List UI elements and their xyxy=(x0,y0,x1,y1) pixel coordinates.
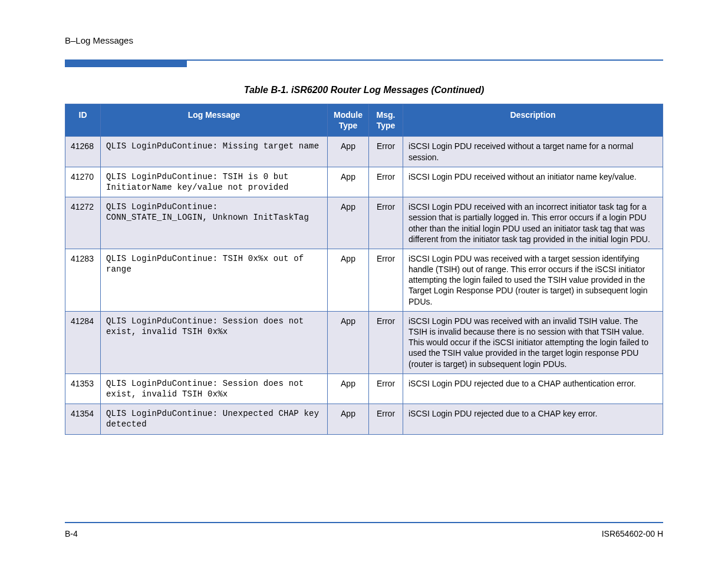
document-page: B–Log Messages Table B-1. iSR6200 Router… xyxy=(0,0,728,562)
cell-log-message: QLIS LoginPduContinue: Unexpected CHAP k… xyxy=(101,404,328,434)
col-header-id: ID xyxy=(65,104,101,137)
footer-line xyxy=(65,522,663,523)
cell-msg-type: Error xyxy=(369,167,403,197)
cell-log-message: QLIS LoginPduContinue: TSIH is 0 but Ini… xyxy=(101,167,328,197)
table-row: 41268 QLIS LoginPduContinue: Missing tar… xyxy=(65,137,663,167)
cell-id: 41272 xyxy=(65,197,101,249)
cell-msg-type: Error xyxy=(369,404,403,434)
cell-module-type: App xyxy=(328,197,369,249)
table-row: 41283 QLIS LoginPduContinue: TSIH 0x%x o… xyxy=(65,249,663,311)
cell-module-type: App xyxy=(328,373,369,404)
col-header-msg-type: Msg. Type xyxy=(369,104,403,137)
cell-id: 41353 xyxy=(65,373,101,404)
page-footer: B-4 ISR654602-00 H xyxy=(65,522,663,538)
cell-description: iSCSI Login PDU was received with a targ… xyxy=(403,249,663,311)
cell-log-message: QLIS LoginPduContinue: TSIH 0x%x out of … xyxy=(101,249,328,311)
table-row: 41284 QLIS LoginPduContinue: Session doe… xyxy=(65,311,663,373)
cell-module-type: App xyxy=(328,311,369,373)
section-header: B–Log Messages xyxy=(65,35,663,45)
cell-id: 41354 xyxy=(65,404,101,434)
table-row: 41270 QLIS LoginPduContinue: TSIH is 0 b… xyxy=(65,167,663,197)
cell-msg-type: Error xyxy=(369,137,403,167)
cell-description: iSCSI Login PDU was received with an inv… xyxy=(403,311,663,373)
table-row: 41354 QLIS LoginPduContinue: Unexpected … xyxy=(65,404,663,434)
table-header-row: ID Log Message Module Type Msg. Type Des… xyxy=(65,104,663,137)
cell-module-type: App xyxy=(328,404,369,434)
header-ornament xyxy=(65,59,663,67)
cell-description: iSCSI Login PDU rejected due to a CHAP a… xyxy=(403,373,663,404)
footer-right: ISR654602-00 H xyxy=(602,529,663,538)
cell-description: iSCSI Login PDU rejected due to a CHAP k… xyxy=(403,404,663,434)
table-row: 41272 QLIS LoginPduContinue: CONN_STATE_… xyxy=(65,197,663,249)
blue-tab xyxy=(65,59,187,67)
cell-log-message: QLIS LoginPduContinue: Session does not … xyxy=(101,311,328,373)
cell-module-type: App xyxy=(328,167,369,197)
col-header-module-type: Module Type xyxy=(328,104,369,137)
cell-description: iSCSI Login PDU received without a targe… xyxy=(403,137,663,167)
cell-log-message: QLIS LoginPduContinue: Missing target na… xyxy=(101,137,328,167)
cell-log-message: QLIS LoginPduContinue: CONN_STATE_IN_LOG… xyxy=(101,197,328,249)
cell-msg-type: Error xyxy=(369,249,403,311)
cell-id: 41284 xyxy=(65,311,101,373)
cell-module-type: App xyxy=(328,137,369,167)
cell-module-type: App xyxy=(328,249,369,311)
blue-line xyxy=(187,59,663,67)
col-header-log-message: Log Message xyxy=(101,104,328,137)
cell-msg-type: Error xyxy=(369,311,403,373)
cell-id: 41268 xyxy=(65,137,101,167)
cell-id: 41283 xyxy=(65,249,101,311)
cell-log-message: QLIS LoginPduContinue: Session does not … xyxy=(101,373,328,404)
table-row: 41353 QLIS LoginPduContinue: Session doe… xyxy=(65,373,663,404)
cell-id: 41270 xyxy=(65,167,101,197)
cell-msg-type: Error xyxy=(369,197,403,249)
log-messages-table: ID Log Message Module Type Msg. Type Des… xyxy=(65,104,663,435)
table-title: Table B-1. iSR6200 Router Log Messages (… xyxy=(65,85,663,95)
footer-left: B-4 xyxy=(65,529,78,538)
cell-description: iSCSI Login PDU received without an init… xyxy=(403,167,663,197)
col-header-description: Description xyxy=(403,104,663,137)
cell-msg-type: Error xyxy=(369,373,403,404)
cell-description: iSCSI Login PDU received with an incorre… xyxy=(403,197,663,249)
